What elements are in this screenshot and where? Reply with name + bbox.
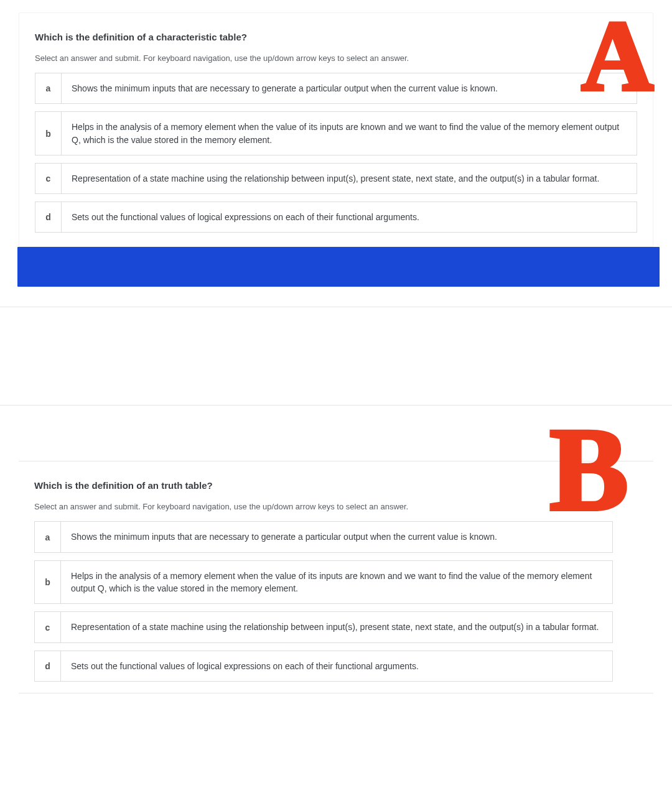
- option-b[interactable]: b Helps in the analysis of a memory elem…: [35, 111, 637, 155]
- option-letter: b: [35, 112, 62, 155]
- option-d[interactable]: d Sets out the functional values of logi…: [35, 202, 637, 233]
- option-letter: a: [35, 522, 61, 552]
- redaction-band: [17, 247, 660, 287]
- question-card-1: Which is the definition of a characteris…: [19, 12, 653, 247]
- option-letter: a: [35, 73, 62, 103]
- option-c[interactable]: c Representation of a state machine usin…: [35, 163, 637, 194]
- option-letter: d: [35, 651, 61, 681]
- option-a[interactable]: a Shows the minimum inputs that are nece…: [35, 73, 637, 104]
- option-text: Helps in the analysis of a memory elemen…: [61, 561, 612, 604]
- option-letter: b: [35, 561, 61, 604]
- option-a[interactable]: a Shows the minimum inputs that are nece…: [34, 521, 613, 552]
- option-letter: d: [35, 202, 62, 232]
- option-text: Sets out the functional values of logica…: [61, 651, 612, 681]
- option-letter: c: [35, 164, 62, 193]
- option-c[interactable]: c Representation of a state machine usin…: [34, 611, 613, 642]
- option-text: Sets out the functional values of logica…: [62, 202, 637, 232]
- divider-line: [0, 307, 672, 307]
- option-d[interactable]: d Sets out the functional values of logi…: [34, 651, 613, 682]
- option-text: Shows the minimum inputs that are necess…: [62, 73, 637, 103]
- question-title: Which is the definition of an truth tabl…: [34, 480, 638, 491]
- question-card-2: Which is the definition of an truth tabl…: [19, 461, 653, 693]
- option-text: Representation of a state machine using …: [62, 164, 637, 193]
- question-title: Which is the definition of a characteris…: [35, 32, 637, 42]
- question-2-wrapper: Which is the definition of an truth tabl…: [0, 411, 672, 693]
- question-instruction: Select an answer and submit. For keyboar…: [34, 502, 638, 511]
- option-text: Shows the minimum inputs that are necess…: [61, 522, 612, 552]
- option-text: Helps in the analysis of a memory elemen…: [62, 112, 637, 155]
- divider-line: [0, 405, 672, 406]
- option-b[interactable]: b Helps in the analysis of a memory elem…: [34, 560, 613, 605]
- gap-section: [0, 287, 672, 411]
- question-instruction: Select an answer and submit. For keyboar…: [35, 53, 637, 63]
- option-letter: c: [35, 612, 61, 642]
- option-text: Representation of a state machine using …: [61, 612, 612, 642]
